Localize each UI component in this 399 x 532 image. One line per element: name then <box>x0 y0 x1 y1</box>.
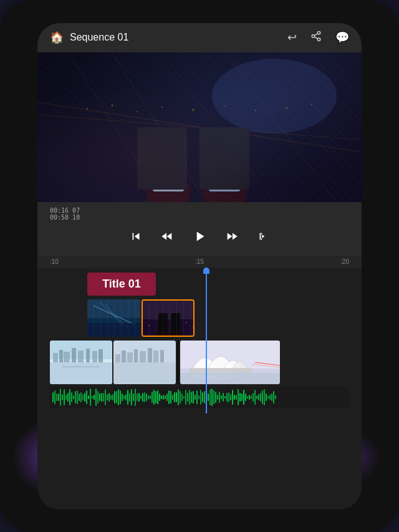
waveform-bar <box>241 394 243 401</box>
media-clip-3[interactable] <box>180 341 280 384</box>
timeline-area[interactable]: :10 :15 :20 Title 01 <box>37 256 362 510</box>
play-button[interactable] <box>190 227 209 249</box>
waveform-bar <box>271 394 272 402</box>
waveform-bar <box>217 395 218 400</box>
waveform-bar <box>185 390 186 405</box>
svg-rect-72 <box>180 373 280 384</box>
waveform-bar <box>112 394 113 400</box>
waveform-bar <box>123 395 125 399</box>
waveform-bar <box>264 389 265 406</box>
waveform-bar <box>208 394 209 401</box>
svg-point-21 <box>212 59 337 133</box>
waveform-bar <box>236 395 237 399</box>
waveform-bar <box>97 391 99 404</box>
phone-notch <box>175 0 224 6</box>
waveform-bar <box>269 395 271 399</box>
waveform-bar <box>105 389 106 405</box>
waveform-bar <box>86 390 87 404</box>
waveform-bar <box>211 389 213 405</box>
transport-area: 00:16 07 00:58 10 <box>37 202 362 256</box>
svg-point-13 <box>112 104 113 106</box>
title-clip[interactable]: Title 01 <box>87 273 156 296</box>
media-clip-2[interactable] <box>113 341 176 384</box>
svg-rect-51 <box>64 352 70 362</box>
waveform-bar <box>183 396 185 399</box>
waveform-bar <box>232 390 233 405</box>
waveform-bar <box>187 393 188 402</box>
waveform-bar <box>95 389 97 406</box>
waveform-bar <box>238 389 239 405</box>
frame-back-button[interactable] <box>159 228 175 248</box>
svg-rect-60 <box>115 354 120 362</box>
waveform-bar <box>69 389 70 405</box>
waveform-bar <box>129 393 130 402</box>
svg-rect-54 <box>86 349 90 362</box>
skip-back-button[interactable] <box>128 228 144 248</box>
playhead <box>206 268 207 414</box>
svg-point-12 <box>87 108 88 109</box>
waveform-bar <box>234 395 235 400</box>
svg-rect-52 <box>72 348 76 362</box>
waveform-bar <box>226 393 228 402</box>
share-icon[interactable] <box>310 31 322 45</box>
audio-waveform[interactable] <box>50 387 349 409</box>
media-track-row <box>37 341 362 384</box>
waveform-bar <box>79 394 80 401</box>
timeline-ruler: :10 :15 :20 <box>37 256 362 268</box>
home-icon[interactable]: 🏠 <box>50 31 64 44</box>
waveform-bar <box>114 391 115 404</box>
waveform-bar <box>67 393 69 402</box>
media-thumb-3 <box>180 341 280 384</box>
waveform-bar <box>148 395 149 400</box>
ruler-mark-15: :15 <box>195 258 204 265</box>
video-track-row <box>37 299 362 337</box>
svg-rect-28 <box>137 127 187 190</box>
clip-lines-1 <box>87 299 140 337</box>
ruler-mark-10: :10 <box>50 258 59 265</box>
waveform-bar <box>168 390 170 404</box>
waveform-bar <box>191 392 192 402</box>
svg-rect-57 <box>50 362 112 384</box>
waveform-bar <box>213 390 214 404</box>
svg-rect-53 <box>78 351 84 362</box>
total-time: 00:58 10 <box>50 214 349 221</box>
title-track-row: Title 01 <box>37 273 362 296</box>
waveform-bar <box>144 392 145 403</box>
ruler-marks: :10 :15 :20 <box>37 258 362 265</box>
waveform-bar <box>219 392 220 403</box>
waveform-bar <box>80 392 82 402</box>
video-preview[interactable] <box>37 52 362 202</box>
sequence-title: Sequence 01 <box>70 32 274 43</box>
svg-rect-49 <box>53 353 58 362</box>
waveform-bar <box>133 394 134 400</box>
phone-device: 🏠 Sequence 01 ↩ 💬 <box>0 0 399 532</box>
waveform-bar <box>82 394 84 401</box>
video-clip-2[interactable] <box>142 299 195 337</box>
waveform-bar <box>150 395 151 399</box>
waveform-bar <box>77 390 78 404</box>
tracks-container: Title 01 <box>37 268 362 414</box>
title-clip-label: Title 01 <box>102 278 141 290</box>
waveform-bar <box>228 392 229 403</box>
waveform-bar <box>84 393 85 402</box>
waveform-bar <box>120 390 121 404</box>
time-display: 00:16 07 00:58 10 <box>50 207 349 221</box>
waveform-bar <box>155 391 156 404</box>
waveform-bar <box>258 394 259 400</box>
waveform-bar <box>52 392 54 402</box>
waveform-bar <box>125 394 127 400</box>
undo-icon[interactable]: ↩ <box>287 31 297 44</box>
waveform-bar <box>165 395 166 399</box>
media-clip-1[interactable] <box>50 341 112 384</box>
waveform-bar <box>58 394 59 401</box>
video-clip-1[interactable] <box>87 299 140 337</box>
skip-forward-button[interactable] <box>255 228 271 248</box>
waveform-bar <box>204 391 205 404</box>
waveform-bar <box>249 395 250 399</box>
waveform-bar <box>127 390 128 405</box>
waveform-bar <box>174 392 175 402</box>
frame-forward-button[interactable] <box>224 228 240 248</box>
comment-icon[interactable]: 💬 <box>335 31 349 44</box>
waveform-bar <box>116 391 117 404</box>
waveform-bar <box>88 395 89 400</box>
